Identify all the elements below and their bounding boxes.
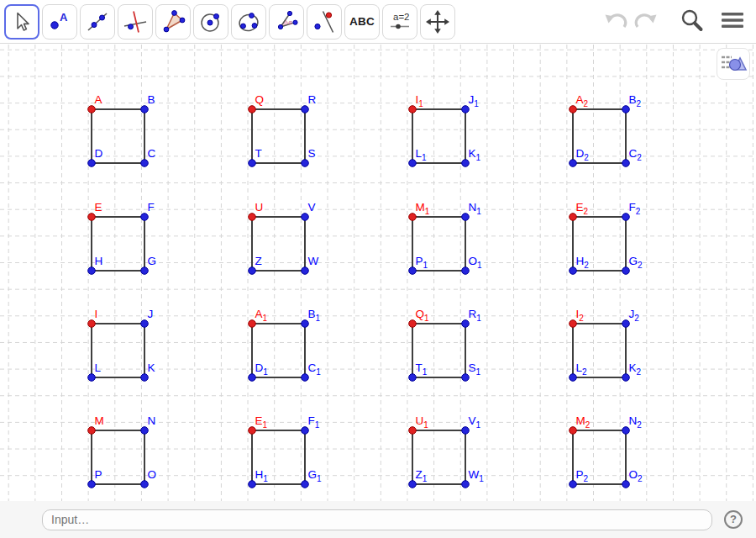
vertex-point-L_1[interactable] [409, 160, 417, 167]
help-button[interactable]: ? [724, 510, 743, 529]
vertex-point-U_1[interactable] [409, 427, 417, 435]
vertex-point-C_2[interactable] [622, 160, 630, 167]
point-label-H_1: H1 [255, 468, 269, 483]
vertex-point-H_2[interactable] [570, 267, 577, 275]
vertex-point-V[interactable] [302, 214, 309, 221]
vertex-point-A[interactable] [88, 106, 96, 113]
vertex-point-L_2[interactable] [570, 374, 577, 382]
vertex-point-B_1[interactable] [302, 320, 309, 328]
tool-polygon[interactable] [155, 4, 191, 40]
vertex-point-M_2[interactable] [570, 427, 577, 435]
vertex-point-Q[interactable] [249, 106, 256, 113]
vertex-point-B[interactable] [141, 106, 149, 113]
tool-circle-center-point[interactable] [193, 4, 228, 40]
vertex-point-K_2[interactable] [622, 374, 630, 382]
vertex-point-G[interactable] [141, 267, 149, 275]
vertex-point-S_1[interactable] [462, 374, 470, 382]
tool-point[interactable]: A [42, 4, 77, 40]
vertex-point-I[interactable] [88, 320, 96, 328]
vertex-point-U[interactable] [249, 214, 256, 221]
vertex-point-J_1[interactable] [462, 106, 470, 113]
vertex-point-M_1[interactable] [409, 214, 417, 221]
vertex-point-L[interactable] [88, 374, 96, 382]
vertex-point-Z_1[interactable] [409, 481, 417, 488]
point-label-G: G [148, 255, 157, 267]
point-label-Z_1: Z1 [416, 468, 428, 483]
vertex-point-J[interactable] [141, 320, 149, 328]
graphics-view[interactable]: ABDCQRTSI1J1L1K1A2B2D2C2EFHGUVZWM1N1P1O1… [0, 45, 756, 501]
tool-conic-through-points[interactable] [231, 4, 266, 40]
vertex-point-O_1[interactable] [462, 267, 470, 275]
vertex-point-D_1[interactable] [249, 374, 256, 382]
vertex-point-O[interactable] [141, 481, 149, 488]
vertex-point-R[interactable] [302, 106, 309, 113]
tool-move[interactable] [4, 4, 39, 40]
tool-move-graphics-view[interactable] [420, 4, 455, 40]
stylebar-toggle-button[interactable] [717, 48, 750, 80]
vertex-point-A_2[interactable] [570, 106, 577, 113]
vertex-point-W_1[interactable] [462, 481, 470, 488]
point-label-I_2: I2 [576, 308, 585, 323]
point-label-S: S [308, 147, 316, 160]
vertex-point-A_1[interactable] [249, 320, 256, 328]
point-label-V_1: V1 [469, 414, 481, 430]
vertex-point-T_1[interactable] [409, 374, 417, 382]
vertex-point-Q_1[interactable] [409, 320, 417, 328]
vertex-point-I_1[interactable] [409, 106, 417, 113]
point-label-D_2: D2 [576, 147, 590, 162]
redo-button[interactable] [633, 8, 660, 34]
vertex-point-F[interactable] [141, 214, 149, 221]
vertex-point-C[interactable] [141, 160, 149, 167]
tool-line[interactable] [80, 4, 115, 40]
vertex-point-K[interactable] [141, 374, 149, 382]
vertex-point-S[interactable] [302, 160, 309, 167]
tool-reflect-about-line[interactable] [307, 4, 342, 40]
undo-button[interactable] [601, 8, 628, 34]
vertex-point-G_1[interactable] [302, 481, 309, 488]
menu-button[interactable] [721, 9, 744, 34]
vertex-point-M[interactable] [88, 427, 96, 435]
vertex-point-N_2[interactable] [622, 427, 630, 435]
undo-icon [601, 8, 628, 34]
vertex-point-D_2[interactable] [570, 160, 577, 167]
point-label-W: W [308, 255, 319, 267]
vertex-point-J_2[interactable] [622, 320, 630, 328]
square-IJLK: IJLK [88, 308, 155, 381]
point-label-W_1: W1 [469, 468, 485, 483]
vertex-point-T[interactable] [249, 160, 256, 167]
vertex-point-P_2[interactable] [570, 481, 577, 488]
vertex-point-I_2[interactable] [570, 320, 577, 328]
vertex-point-R_1[interactable] [462, 320, 470, 328]
point-label-K_2: K2 [629, 361, 642, 377]
point-label-A_2: A2 [576, 93, 589, 108]
algebra-input[interactable] [42, 509, 712, 530]
vertex-point-B_2[interactable] [622, 106, 630, 113]
vertex-point-P[interactable] [88, 481, 96, 488]
vertex-point-W[interactable] [302, 267, 309, 275]
point-label-C: C [148, 147, 156, 160]
tool-slider[interactable]: a=2 [382, 4, 417, 40]
vertex-point-H[interactable] [88, 267, 96, 275]
vertex-point-K_1[interactable] [462, 160, 470, 167]
vertex-point-D[interactable] [88, 160, 96, 167]
vertex-point-Z[interactable] [249, 267, 256, 275]
vertex-point-E_1[interactable] [249, 427, 256, 435]
vertex-point-V_1[interactable] [462, 427, 470, 435]
vertex-point-O_2[interactable] [622, 481, 630, 488]
vertex-point-C_1[interactable] [302, 374, 309, 382]
tool-angle[interactable]: α [269, 4, 304, 40]
vertex-point-F_1[interactable] [302, 427, 309, 435]
vertex-point-E_2[interactable] [570, 214, 577, 221]
tool-text[interactable]: ABC [344, 4, 380, 40]
vertex-point-F_2[interactable] [622, 214, 630, 221]
point-label-P_1: P1 [416, 255, 428, 270]
search-button[interactable] [679, 8, 704, 35]
point-label-O: O [148, 468, 157, 481]
vertex-point-N[interactable] [141, 427, 149, 435]
vertex-point-E[interactable] [88, 214, 96, 221]
vertex-point-H_1[interactable] [249, 481, 256, 488]
vertex-point-N_1[interactable] [462, 214, 470, 221]
vertex-point-P_1[interactable] [409, 267, 417, 275]
vertex-point-G_2[interactable] [622, 267, 630, 275]
tool-perpendicular-line[interactable] [118, 4, 153, 40]
